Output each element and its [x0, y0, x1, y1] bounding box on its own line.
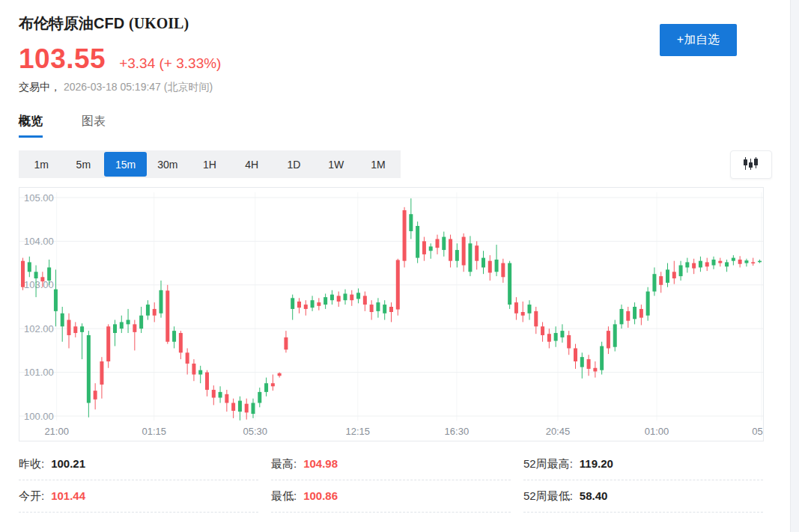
- svg-text:21:00: 21:00: [44, 426, 69, 437]
- instrument-page: 布伦特原油CFD(UKOIL) +加自选 103.55 +3.34 (+ 3.3…: [0, 0, 771, 513]
- svg-text:101.00: 101.00: [24, 367, 54, 378]
- page-scroll-gutter[interactable]: [790, 0, 799, 532]
- timeframe-15m[interactable]: 15m: [104, 152, 146, 177]
- trading-status-row: 交易中， 2026-03-18 05:19:47 (北京时间): [19, 81, 771, 96]
- svg-text:20:45: 20:45: [546, 426, 571, 437]
- timeframe-5m[interactable]: 5m: [62, 152, 104, 177]
- stats-grid: 昨收: 100.21 最高: 104.98 52周最高: 119.20 今开: …: [19, 448, 764, 513]
- timeframe-1m-month[interactable]: 1M: [357, 152, 399, 177]
- instrument-symbol: (UKOIL): [129, 15, 189, 31]
- stat-day-high: 最高: 104.98: [271, 448, 511, 480]
- stat-52w-low: 52周最低: 58.40: [523, 480, 763, 513]
- timeframe-1d[interactable]: 1D: [273, 152, 315, 177]
- timeframe-bar: 1m 5m 15m 30m 1H 4H 1D 1W 1M: [19, 150, 401, 178]
- svg-text:05:1: 05:1: [752, 426, 763, 437]
- page-title: 布伦特原油CFD(UKOIL): [19, 13, 771, 34]
- stat-52w-high: 52周最高: 119.20: [523, 448, 763, 480]
- tab-bar: 概览 图表: [19, 114, 771, 138]
- svg-text:102.00: 102.00: [24, 323, 54, 334]
- add-watchlist-button[interactable]: +加自选: [660, 24, 737, 56]
- stat-open: 今开: 101.44: [19, 480, 258, 513]
- timeframe-1h[interactable]: 1H: [189, 152, 231, 177]
- chart-canvas: 105.00104.00103.00102.00101.00100.0021:0…: [19, 188, 763, 441]
- svg-text:104.00: 104.00: [24, 236, 54, 247]
- svg-text:12:15: 12:15: [346, 426, 371, 437]
- svg-text:100.00: 100.00: [24, 411, 54, 422]
- last-price: 103.55: [19, 43, 106, 75]
- svg-text:16:30: 16:30: [445, 426, 470, 437]
- timeframe-1w[interactable]: 1W: [315, 152, 357, 177]
- tab-chart[interactable]: 图表: [82, 114, 106, 138]
- price-change: +3.34 (+ 3.33%): [119, 55, 221, 72]
- price-row: 103.55 +3.34 (+ 3.33%): [19, 43, 771, 76]
- candlestick-chart-icon: [743, 157, 759, 173]
- quote-timestamp: 2026-03-18 05:19:47: [64, 81, 161, 93]
- stat-day-low: 最低: 100.86: [271, 480, 511, 513]
- timeframe-1m[interactable]: 1m: [20, 152, 62, 177]
- svg-text:05:30: 05:30: [243, 426, 268, 437]
- svg-text:01:15: 01:15: [142, 426, 166, 437]
- svg-text:105.00: 105.00: [24, 192, 54, 204]
- quote-timezone: (北京时间): [164, 81, 213, 93]
- chart-toolbar: 1m 5m 15m 30m 1H 4H 1D 1W 1M: [19, 150, 771, 179]
- candlestick-chart[interactable]: 105.00104.00103.00102.00101.00100.0021:0…: [19, 187, 764, 441]
- svg-text:01:00: 01:00: [645, 426, 669, 437]
- tab-overview[interactable]: 概览: [19, 114, 43, 138]
- chart-type-button[interactable]: [730, 150, 772, 179]
- timeframe-4h[interactable]: 4H: [231, 152, 273, 177]
- stat-prev-close: 昨收: 100.21: [19, 448, 258, 480]
- trading-status: 交易中，: [19, 81, 61, 93]
- timeframe-30m[interactable]: 30m: [147, 152, 189, 177]
- instrument-name: 布伦特原油CFD: [19, 15, 124, 31]
